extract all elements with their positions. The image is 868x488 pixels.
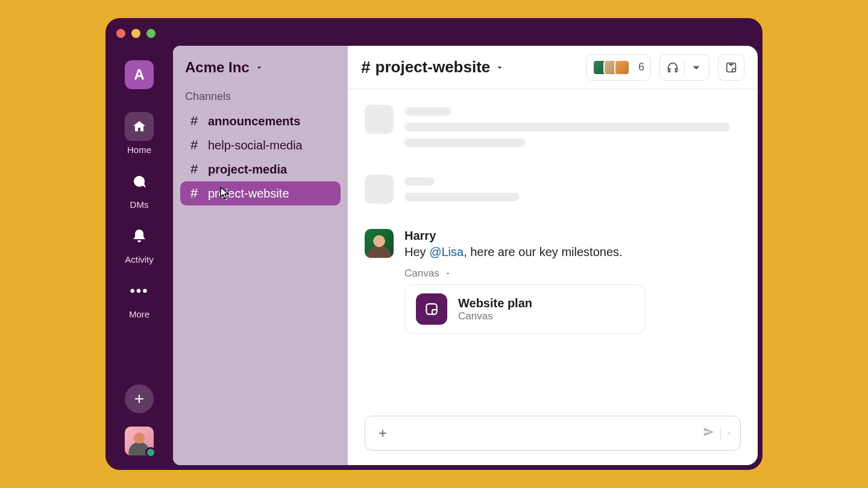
workspace-switcher[interactable]: A	[125, 60, 154, 89]
chevron-down-icon	[254, 63, 264, 72]
nav-dms[interactable]: DMs	[105, 161, 173, 216]
nav-dms-label: DMs	[130, 199, 149, 210]
channel-canvas-button[interactable]	[718, 54, 744, 81]
channel-view: # project-website 6	[348, 46, 758, 465]
presence-indicator	[145, 447, 156, 458]
workspace-name-label: Acme Inc	[185, 59, 250, 76]
chevron-down-icon	[690, 61, 703, 74]
create-new-button[interactable]: +	[125, 384, 154, 413]
attachment-title: Website plan	[458, 296, 532, 310]
workspace-menu[interactable]: Acme Inc	[180, 59, 341, 76]
channel-project-media[interactable]: #project-media	[180, 157, 341, 181]
skeleton-message	[365, 105, 741, 154]
bell-icon	[125, 222, 154, 251]
main-panel: Acme Inc Channels #announcements#help-so…	[173, 46, 758, 465]
nav-more[interactable]: ••• More	[105, 271, 173, 325]
headphones-icon	[666, 61, 679, 74]
chevron-down-icon[interactable]	[726, 430, 733, 437]
caret-down-icon	[444, 270, 451, 277]
user-menu[interactable]	[125, 427, 154, 455]
hash-icon: #	[189, 186, 200, 201]
chevron-down-icon	[495, 63, 505, 72]
channel-label: project-website	[208, 187, 289, 201]
window-close-button[interactable]	[116, 29, 125, 38]
channel-label: project-media	[208, 163, 287, 177]
channel-header: # project-website 6	[348, 46, 758, 89]
home-icon	[125, 112, 154, 141]
huddle-button[interactable]	[659, 54, 709, 81]
member-avatars	[593, 60, 630, 75]
mention-link[interactable]: @Lisa	[429, 245, 464, 258]
message-avatar[interactable]	[365, 229, 394, 258]
channels-section-label: Channels	[180, 90, 341, 103]
channel-announcements[interactable]: #announcements	[180, 109, 341, 133]
nav-more-label: More	[129, 309, 149, 319]
window-controls	[116, 29, 156, 38]
canvas-attachment[interactable]: Website plan Canvas	[404, 284, 646, 334]
nav-home-label: Home	[127, 145, 151, 155]
attachment-type-label[interactable]: Canvas	[404, 267, 741, 280]
channel-label: announcements	[208, 114, 300, 128]
nav-activity-label: Activity	[125, 254, 154, 264]
skeleton-message	[365, 175, 741, 208]
message: Harry Hey @Lisa, here are our key milest…	[365, 229, 741, 334]
nav-home[interactable]: Home	[105, 106, 173, 161]
message-author[interactable]: Harry	[404, 229, 741, 243]
canvas-icon	[416, 293, 447, 325]
ellipsis-icon: •••	[125, 277, 154, 305]
hash-icon: #	[189, 137, 200, 153]
channel-label: help-social-media	[208, 139, 303, 152]
nav-activity[interactable]: Activity	[105, 216, 173, 271]
attachment-subtitle: Canvas	[458, 310, 532, 322]
channel-members-button[interactable]: 6	[586, 54, 651, 81]
composer-attach-button[interactable]: +	[373, 423, 393, 443]
channel-sidebar: Acme Inc Channels #announcements#help-so…	[173, 46, 348, 465]
window-minimize-button[interactable]	[131, 29, 140, 38]
app-window: A Home DMs Activity	[105, 18, 763, 470]
channel-project-website[interactable]: #project-website	[180, 181, 341, 205]
hash-icon: #	[361, 58, 371, 77]
chat-icon	[125, 167, 154, 196]
nav-rail: A Home DMs Activity	[105, 46, 173, 470]
hash-icon: #	[189, 161, 200, 177]
message-list: Harry Hey @Lisa, here are our key milest…	[348, 89, 758, 416]
channel-title-button[interactable]: # project-website	[361, 58, 505, 77]
message-composer[interactable]: +	[365, 416, 741, 451]
window-maximize-button[interactable]	[146, 29, 156, 38]
hash-icon: #	[189, 113, 200, 129]
canvas-icon	[725, 61, 738, 74]
channel-title-label: project-website	[376, 58, 491, 77]
message-text: Hey @Lisa, here are our key milestones.	[404, 245, 741, 259]
send-button[interactable]	[702, 425, 715, 441]
channel-help-social-media[interactable]: #help-social-media	[180, 133, 341, 157]
member-count: 6	[638, 61, 644, 74]
